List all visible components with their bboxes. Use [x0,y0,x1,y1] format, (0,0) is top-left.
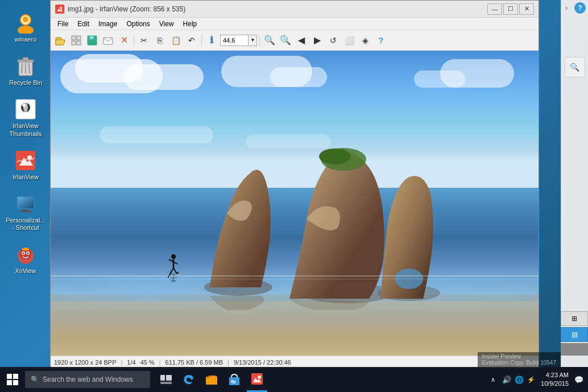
zoom-dropdown[interactable]: ▼ [249,35,257,46]
file-explorer-button[interactable] [201,367,222,392]
xnview-label: XnView [15,267,36,275]
personalization-label: Personalizat...- Shortcut [6,217,45,232]
svg-rect-34 [89,36,94,39]
desktop-icon-irfanview[interactable]: IrfanView [3,149,48,181]
side-icon-grid[interactable]: ⊞ [561,311,588,326]
personalization-icon [14,192,37,215]
irfanview-window: img1.jpg - IrfanView (Zoom: 856 x 535) —… [50,0,539,369]
svg-rect-58 [166,375,172,381]
svg-rect-35 [89,40,96,45]
winaero-icon [14,11,37,34]
delete-button[interactable]: ✕ [117,33,131,48]
undo-button[interactable]: ↶ [184,33,199,48]
sharpen-button[interactable]: ◈ [358,33,372,48]
svg-rect-19 [19,211,32,212]
recycle-bin-icon [14,55,37,77]
image-area [51,51,539,356]
separator-3 [259,35,260,46]
zoom-out-button[interactable]: 🔍 [262,33,277,48]
maximize-button[interactable]: ☐ [503,3,518,15]
desktop-icon-xnview[interactable]: XnView [3,243,48,275]
action-center-icon[interactable]: 💬 [574,376,583,384]
separator-1 [134,35,134,46]
svg-rect-57 [160,375,165,381]
svg-rect-26 [56,5,64,13]
menu-file[interactable]: File [53,19,73,29]
menu-image[interactable]: Image [94,19,122,29]
open-button[interactable] [53,33,68,48]
svg-rect-31 [72,41,76,45]
menu-view[interactable]: View [155,19,179,29]
start-button[interactable] [0,367,25,392]
taskbar-clock[interactable]: 4:23 AM 10/9/2015 [539,371,571,389]
system-tray: ∧ [487,376,499,383]
svg-point-64 [258,376,261,379]
desktop-icon-personalization[interactable]: Personalizat...- Shortcut [3,192,48,232]
desktop-icon-recycle-bin[interactable]: Recycle Bin [3,55,48,86]
desktop-icon-winaero[interactable]: winaero [3,11,48,43]
back-arrow[interactable]: ‹ [547,2,558,14]
copy-button[interactable]: ⎘ [152,33,167,48]
title-bar: img1.jpg - IrfanView (Zoom: 856 x 535) —… [51,1,539,18]
rocks-svg [187,128,443,310]
irfanview-icon [14,149,37,172]
insider-banner: Insider Preview Evaluation Copy. Build 1… [478,352,561,367]
email-button[interactable] [101,33,115,48]
zoom-input[interactable] [220,35,249,46]
scrollbar-thumb[interactable] [561,343,588,356]
tray-expand[interactable]: ∧ [491,376,495,383]
taskbar-items: 🛍 [156,367,267,392]
network-icon[interactable]: 🌐 [515,376,524,384]
cut-button[interactable]: ✂ [136,33,151,48]
desktop-icon-irfanview-thumbnails[interactable]: IrfanViewThumbnails [3,98,48,137]
zoom-in-button[interactable]: 🔍 [278,33,293,48]
svg-rect-6 [23,57,28,60]
menu-options[interactable]: Options [122,19,154,29]
save-button[interactable] [85,33,100,48]
insider-build: Evaluation Copy. Build 10547 [482,360,556,366]
crop-button[interactable]: ⬜ [342,33,357,48]
irfanview-task-button[interactable] [247,367,267,392]
insider-text: Insider Preview [482,353,556,360]
irfanview-thumbnails-icon [14,98,37,121]
help-button[interactable]: ? [574,2,586,14]
app-icon [55,5,64,14]
status-dimensions: 1920 x 1200 x 24 BPP [54,359,116,366]
store-button[interactable]: 🛍 [224,367,245,392]
taskbar-right: ∧ 🔊 🌐 ⚡ 4:23 AM 10/9/2015 💬 [487,367,588,392]
next-button[interactable]: ▶ [310,33,325,48]
battery-icon[interactable]: ⚡ [527,376,535,383]
clock-date: 10/9/2015 [541,379,569,388]
thumbnails-button[interactable] [69,33,84,48]
zoom-area: ▼ [220,35,257,46]
search-placeholder: Search the web and Windows [43,376,133,383]
side-panel-top: ‹ › ? [547,2,586,14]
edge-button[interactable] [179,367,199,392]
taskbar-search[interactable]: 🔍 Search the web and Windows [25,371,150,388]
xnview-icon [14,243,37,266]
window-title: img1.jpg - IrfanView (Zoom: 856 x 535) [68,5,185,13]
menu-edit[interactable]: Edit [73,19,94,29]
rotate-left-button[interactable]: ↺ [326,33,341,48]
menu-help[interactable]: Help [179,19,202,29]
close-button[interactable]: ✕ [519,3,534,15]
svg-line-7 [22,63,22,73]
side-icon-view[interactable]: ▤ [561,327,588,342]
info-button[interactable]: ℹ [204,33,219,48]
title-bar-buttons: — ☐ ✕ [487,3,534,15]
volume-icon[interactable]: 🔊 [502,376,511,384]
runner-svg [168,254,179,282]
taskbar: 🔍 Search the web and Windows [0,367,588,392]
prev-button[interactable]: ◀ [294,33,309,48]
beach-scene [51,51,539,356]
forward-arrow[interactable]: › [561,2,572,14]
svg-point-1 [18,26,34,34]
help-toolbar-button[interactable]: ? [374,33,388,48]
side-panel-search[interactable]: 🔍 [565,57,585,77]
minimize-button[interactable]: — [487,3,502,15]
svg-point-51 [171,280,176,282]
title-bar-left: img1.jpg - IrfanView (Zoom: 856 x 535) [55,5,185,14]
paste-button[interactable]: 📋 [168,33,183,48]
side-panel-bottom-icons: ⊞ ▤ [561,311,588,356]
task-view-button[interactable] [156,367,176,392]
